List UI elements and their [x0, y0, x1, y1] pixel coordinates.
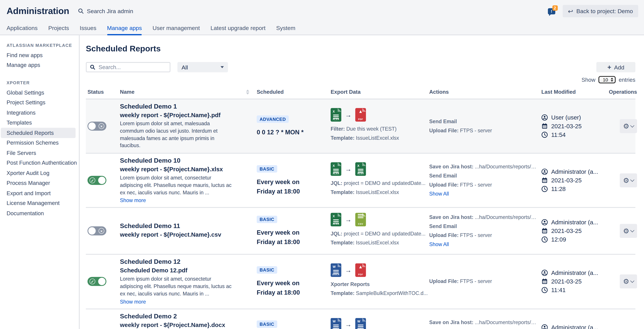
page-size-value: 10: [603, 77, 608, 82]
export-data-cell: XXLSX→CSVJQL: project = DEMO and updated…: [330, 213, 429, 249]
tab-system[interactable]: System: [276, 22, 296, 34]
schedule-expression: Every week on Friday at 18:00: [256, 177, 318, 196]
column-header-status[interactable]: Status: [88, 89, 120, 95]
report-title[interactable]: Scheduled Demo 2: [120, 312, 257, 320]
column-header-name[interactable]: Name: [120, 89, 257, 95]
column-header-actions[interactable]: Actions: [429, 89, 541, 95]
export-info-line: JQL: project = DEMO and updatedDate...: [330, 231, 429, 237]
toggle-knob: [98, 177, 106, 184]
row-settings-button[interactable]: ⚙: [620, 174, 637, 188]
admin-search[interactable]: Search Jira admin: [78, 8, 133, 14]
admin-tabs: ApplicationsProjectsIssuesManage appsUse…: [0, 22, 644, 34]
status-toggle[interactable]: ×: [88, 226, 106, 236]
row-settings-button[interactable]: ⚙: [620, 274, 637, 288]
sidebar-item-xporter-audit-log[interactable]: Xporter Audit Log: [0, 168, 79, 178]
sidebar-item-process-manager[interactable]: Process Manager: [0, 178, 79, 188]
sidebar-item-integrations[interactable]: Integrations: [0, 108, 79, 118]
table-row-scheduled-demo-11: ×Scheduled Demo 11weekly report - ${Proj…: [86, 208, 635, 255]
name-cell: Scheduled Demo 1weekly report - ${Projec…: [120, 103, 257, 150]
arrow-right-icon: →: [345, 321, 352, 328]
tab-issues[interactable]: Issues: [80, 22, 96, 34]
status-toggle[interactable]: ✓: [88, 176, 106, 185]
tab-user-management[interactable]: User management: [152, 22, 200, 34]
export-info-lines: JQL: project = DEMO and updatedDate...Te…: [330, 231, 429, 246]
show-all-link[interactable]: Show All: [429, 191, 449, 197]
sidebar-item-manage-apps[interactable]: Manage apps: [0, 60, 79, 70]
tab-latest-upgrade-report[interactable]: Latest upgrade report: [210, 22, 266, 34]
tab-projects[interactable]: Projects: [48, 22, 69, 34]
export-format-icons: XXLSX→XXLSX: [330, 162, 429, 176]
show-all-link[interactable]: Show All: [429, 242, 449, 248]
sidebar-item-scheduled-reports[interactable]: Scheduled Reports: [1, 128, 76, 138]
type-filter-select[interactable]: All: [178, 62, 228, 72]
tab-manage-apps[interactable]: Manage apps: [107, 22, 142, 34]
export-info-line-label: Template:: [330, 240, 354, 246]
actions-cell: Save on Jira host: ...ha/Documents/repor…: [429, 211, 541, 251]
report-description: Lorem ipsum dolor sit amet, consectetur …: [120, 276, 233, 298]
sidebar-item-file-servers[interactable]: File Servers: [0, 148, 79, 158]
arrow-right-icon: →: [345, 111, 352, 118]
modified-calendar-value: 2021-03-25: [551, 177, 582, 184]
row-settings-button[interactable]: ⚙: [620, 224, 637, 238]
sidebar-item-license-management[interactable]: License Management: [0, 198, 79, 208]
sidebar-item-post-function-authentication[interactable]: Post Function Authentication: [0, 158, 79, 168]
action-line: Send Email: [429, 173, 538, 179]
sidebar-item-find-new-apps[interactable]: Find new apps: [0, 50, 79, 60]
export-data-cell: XXLSX→▲PDFFilter: Due this week (TEST)Te…: [330, 108, 429, 144]
page-size-select[interactable]: 10: [598, 76, 616, 84]
export-info-line: Filter: Due this week (TEST): [330, 126, 429, 132]
sidebar-item-project-settings[interactable]: Project Settings: [0, 98, 79, 108]
action-line-label: Save on Jira host:: [429, 320, 473, 325]
modified-user-line: Administrator (a...: [542, 219, 611, 226]
show-entries-control: Show 10 entries: [86, 76, 635, 84]
sidebar-item-global-settings[interactable]: Global Settings: [0, 88, 79, 98]
action-line: Send Email: [429, 119, 538, 124]
export-data-cell: XXLSX→XXLSXJQL: project = DEMO and updat…: [330, 162, 429, 198]
show-more-link[interactable]: Show more: [120, 198, 146, 204]
status-toggle[interactable]: ✓: [88, 277, 106, 286]
action-line-label: Save on Jira host:: [429, 164, 473, 170]
sidebar-item-permission-schemes[interactable]: Permission Schemes: [0, 138, 79, 148]
add-button-label: Add: [614, 64, 624, 70]
page: Administration Search Jira admin ! 2 ↩ B…: [0, 0, 644, 329]
column-header-scheduled[interactable]: Scheduled: [256, 89, 330, 95]
report-title[interactable]: Scheduled Demo 1: [120, 103, 257, 110]
status-cell: ×: [88, 122, 120, 131]
top-header: Administration Search Jira admin ! 2 ↩ B…: [0, 0, 644, 36]
add-report-button[interactable]: + Add: [596, 62, 636, 72]
report-title[interactable]: Scheduled Demo 12: [120, 258, 257, 266]
action-lines: Upload File: FTPS - server: [429, 279, 541, 284]
column-header-last-modified[interactable]: Last Modified: [542, 89, 611, 95]
scheduled-cell: BASICEvery week on Friday at 18:00: [256, 266, 330, 297]
sidebar-item-templates[interactable]: Templates: [0, 118, 79, 128]
column-header-export-data[interactable]: Export Data: [330, 89, 429, 95]
search-input[interactable]: [98, 64, 166, 70]
schedule-type-badge: BASIC: [256, 216, 277, 223]
export-info-line: Template: IssueListExcel.xlsx: [330, 190, 429, 195]
name-cell: Scheduled Demo 11weekly report - ${Proje…: [120, 222, 257, 240]
show-more-link[interactable]: Show more: [120, 299, 146, 304]
action-line: Save on Jira host: ...ha/Documents/repor…: [429, 320, 538, 325]
sidebar-item-export-and-import[interactable]: Export and Import: [0, 188, 79, 198]
action-line: Save on Jira host: ...ha/Documents/repor…: [429, 214, 538, 220]
notifications-button[interactable]: ! 2: [548, 6, 558, 16]
column-header-operations[interactable]: Operations: [609, 89, 637, 95]
export-format-icons: XXLSX→▲PDF: [330, 108, 429, 122]
sidebar-section-xporter: XPORTERGlobal SettingsProject SettingsIn…: [0, 78, 79, 218]
column-header-name-label: Name: [120, 89, 134, 95]
sort-icon[interactable]: [246, 89, 250, 94]
tab-applications[interactable]: Applications: [6, 22, 38, 34]
status-toggle[interactable]: ×: [88, 122, 106, 131]
sidebar-item-documentation[interactable]: Documentation: [0, 208, 79, 218]
page-title: Scheduled Reports: [86, 44, 635, 54]
report-filename: weekly report - ${Project.Name}.xlsx: [120, 166, 257, 172]
clock-icon: [542, 236, 548, 243]
chevron-down-icon: [630, 279, 634, 283]
report-title[interactable]: Scheduled Demo 11: [120, 222, 257, 230]
row-settings-button[interactable]: ⚙: [620, 119, 637, 133]
back-to-project-button[interactable]: ↩ Back to project: Demo: [562, 5, 638, 17]
check-icon: ✓: [90, 279, 95, 284]
report-filename: weekly report - ${Project.Name}.docx: [120, 322, 257, 328]
export-format-icons: WDOCX→WDOCX: [330, 318, 429, 329]
report-title[interactable]: Scheduled Demo 10: [120, 157, 257, 164]
